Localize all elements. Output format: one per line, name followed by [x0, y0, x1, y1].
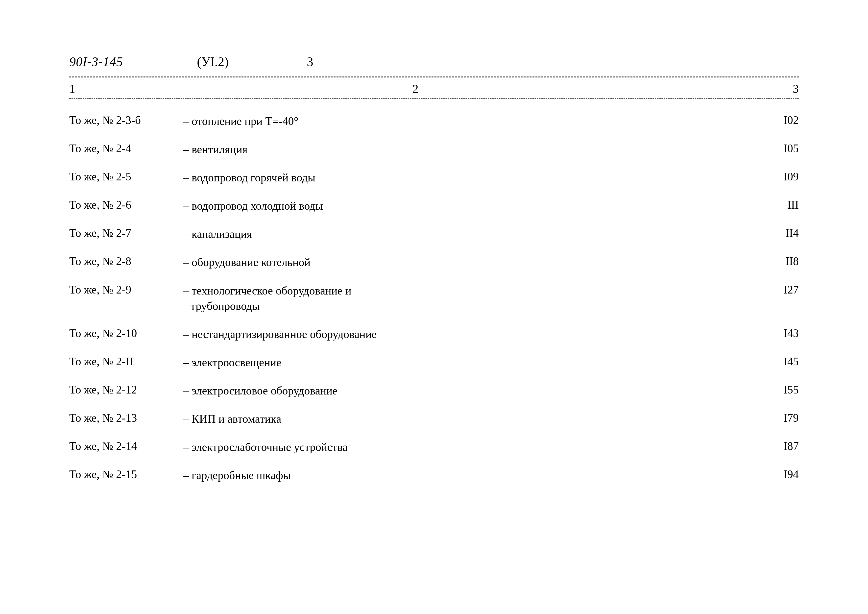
row-col1: То же, № 2-6 — [69, 198, 183, 211]
row-col1: То же, № 2-8 — [69, 255, 183, 268]
table-row: То же, № 2-9– технологическое оборудован… — [69, 283, 799, 314]
table-row: То же, № 2-II– электроосвещениеI45 — [69, 355, 799, 370]
table-row: То же, № 2-15– гардеробные шкафыI94 — [69, 468, 799, 483]
row-col1: То же, № 2-II — [69, 355, 183, 368]
col1-header: 1 — [69, 82, 82, 96]
row-col2: – отопление при T=-40° — [183, 113, 749, 129]
row-col1: То же, № 2-5 — [69, 170, 183, 183]
row-col2: – нестандартизированное оборудование — [183, 327, 749, 342]
table-row: То же, № 2-8– оборудование котельнойII8 — [69, 255, 799, 270]
row-col1: То же, № 2-9 — [69, 283, 183, 296]
row-col2: – гардеробные шкафы — [183, 468, 749, 483]
row-col1: То же, № 2-15 — [69, 468, 183, 481]
table-row: То же, № 2-13– КИП и автоматикаI79 — [69, 411, 799, 426]
row-col1: То же, № 2-13 — [69, 411, 183, 425]
header-row: 90I-3-145 (УI.2) 3 — [69, 54, 799, 69]
row-col3: III — [749, 198, 799, 211]
row-col3: I43 — [749, 327, 799, 340]
page-number: 3 — [307, 54, 313, 69]
row-col2: – электроосвещение — [183, 355, 749, 370]
row-col3: I09 — [749, 170, 799, 183]
col2-header: 2 — [82, 82, 749, 96]
row-col2: – вентиляция — [183, 142, 749, 157]
row-col1: То же, № 2-12 — [69, 383, 183, 396]
row-col2: – водопровод горячей воды — [183, 170, 749, 185]
row-col2: – водопровод холодной воды — [183, 198, 749, 214]
table-row: То же, № 2-7– канализацияII4 — [69, 226, 799, 242]
row-col2: – КИП и автоматика — [183, 411, 749, 426]
row-col1: То же, № 2-7 — [69, 226, 183, 240]
row-col3: II4 — [749, 226, 799, 240]
row-col3: I02 — [749, 113, 799, 127]
row-col2: – канализация — [183, 226, 749, 242]
row-col1: То же, № 2-3-б — [69, 113, 183, 127]
row-col2: – технологическое оборудование итрубопро… — [183, 283, 749, 314]
table-row: То же, № 2-5– водопровод горячей водыI09 — [69, 170, 799, 185]
doc-number: 90I-3-145 — [69, 54, 168, 69]
table-row: То же, № 2-10– нестандартизированное обо… — [69, 327, 799, 342]
table-row: То же, № 2-6– водопровод холодной водыII… — [69, 198, 799, 214]
row-col1: То же, № 2-4 — [69, 142, 183, 155]
row-col3: I27 — [749, 283, 799, 296]
row-col3: I94 — [749, 468, 799, 481]
row-col1: То же, № 2-14 — [69, 440, 183, 453]
column-headers: 1 2 3 — [69, 78, 799, 99]
row-col3: II8 — [749, 255, 799, 268]
row-col2: – оборудование котельной — [183, 255, 749, 270]
row-col2: – электросиловое оборудование — [183, 383, 749, 398]
row-col3: I45 — [749, 355, 799, 368]
row-col3: I55 — [749, 383, 799, 396]
table-row: То же, № 2-14– электрослаботочные устрой… — [69, 440, 799, 455]
row-col1: То же, № 2-10 — [69, 327, 183, 340]
row-col3: I05 — [749, 142, 799, 155]
col3-header: 3 — [749, 82, 799, 96]
row-col3: I79 — [749, 411, 799, 425]
table-body: То же, № 2-3-б– отопление при T=-40°I02Т… — [69, 113, 799, 483]
table-row: То же, № 2-4– вентиляцияI05 — [69, 142, 799, 157]
table-row: То же, № 2-12– электросиловое оборудован… — [69, 383, 799, 398]
row-col3: I87 — [749, 440, 799, 453]
table-row: То же, № 2-3-б– отопление при T=-40°I02 — [69, 113, 799, 129]
row-col2: – электрослаботочные устройства — [183, 440, 749, 455]
header-section: (УI.2) — [168, 54, 257, 69]
page: 90I-3-145 (УI.2) 3 1 2 3 То же, № 2-3-б–… — [0, 0, 868, 614]
